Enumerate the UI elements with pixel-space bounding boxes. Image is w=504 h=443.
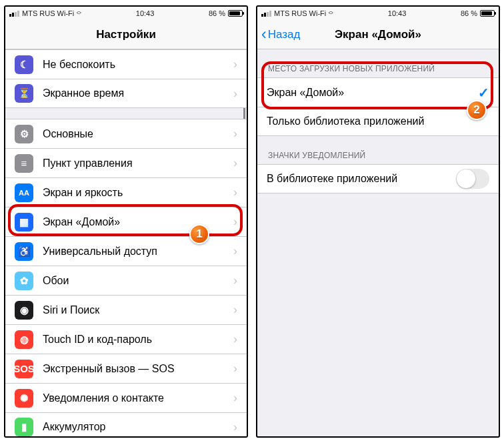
battery-percent: 86 % [209, 9, 225, 17]
home-screen-settings: МЕСТО ЗАГРУЗКИ НОВЫХ ПРИЛОЖЕНИЙЭкран «До… [257, 49, 499, 436]
page-title: Экран «Домой» [335, 28, 421, 41]
settings-row-exposure[interactable]: ✺Уведомления о контакте› [5, 383, 247, 412]
clock: 10:43 [388, 9, 407, 17]
settings-row-moon[interactable]: ☾Не беспокоить› [5, 49, 247, 79]
sos-icon: SOS [15, 360, 33, 378]
chevron-right-icon: › [233, 156, 237, 170]
chevron-right-icon: › [233, 185, 237, 199]
row-label: Экранное время [43, 87, 233, 99]
wallpaper-icon: ✿ [15, 272, 33, 290]
chevron-right-icon: › [233, 215, 237, 229]
chevron-right-icon: › [233, 391, 237, 405]
chevron-right-icon: › [233, 57, 237, 71]
row-label: Siri и Поиск [43, 304, 233, 316]
settings-list[interactable]: ☾Не беспокоить›⏳Экранное время›⚙Основные… [5, 49, 247, 436]
switches-icon: ≡ [15, 154, 33, 173]
row-label: Универсальный доступ [43, 246, 233, 258]
grid-icon: ▦ [15, 213, 33, 232]
settings-row-switches[interactable]: ≡Пункт управления› [5, 148, 247, 177]
exposure-icon: ✺ [15, 389, 33, 408]
settings-row-battery[interactable]: ▮Аккумулятор› [5, 412, 247, 436]
signal-icon [261, 11, 271, 17]
settings-row-accessibility[interactable]: ♿Универсальный доступ› [5, 236, 247, 266]
carrier-label: MTS RUS Wi-Fi [274, 9, 326, 17]
row-label: Основные [43, 128, 233, 140]
signal-icon [9, 11, 19, 17]
settings-row-text-size[interactable]: AAЭкран и яркость› [5, 177, 247, 207]
row-label: Touch ID и код-пароль [43, 334, 233, 346]
right-screenshot: MTS RUS Wi-Fi ⌔ 10:43 86 % ‹ Назад Экран… [256, 5, 500, 438]
wifi-icon: ⌔ [77, 9, 81, 17]
battery-icon [228, 10, 243, 17]
row-label: Экран и яркость [43, 187, 233, 199]
option-label: Экран «Домой» [267, 87, 478, 99]
toggle-switch[interactable] [456, 169, 489, 189]
annotation-badge-1: 1 [189, 224, 209, 244]
row-label: Пункт управления [43, 157, 233, 169]
accessibility-icon: ♿ [15, 242, 33, 261]
siri-icon: ◉ [15, 301, 33, 320]
nav-bar: ‹ Назад Экран «Домой» [257, 20, 499, 49]
settings-row-grid[interactable]: ▦Экран «Домой»› [5, 207, 247, 236]
row-label: Обои [43, 275, 233, 287]
row-label: Уведомления о контакте [43, 392, 233, 404]
page-title: Настройки [96, 28, 156, 41]
chevron-right-icon: › [233, 303, 237, 317]
battery-percent: 86 % [461, 9, 477, 17]
chevron-right-icon: › [233, 87, 237, 101]
section-header-download-location: МЕСТО ЗАГРУЗКИ НОВЫХ ПРИЛОЖЕНИЙ [257, 60, 499, 77]
option-row-1[interactable]: Только библиотека приложений [257, 107, 499, 136]
carrier-label: MTS RUS Wi-Fi [22, 9, 74, 17]
left-screenshot: MTS RUS Wi-Fi ⌔ 10:43 86 % Настройки ☾Не… [4, 5, 248, 438]
back-label: Назад [268, 28, 301, 41]
chevron-right-icon: › [233, 127, 237, 141]
chevron-right-icon: › [233, 274, 237, 288]
toggle-row-badges[interactable]: В библиотеке приложений [257, 164, 499, 193]
status-bar: MTS RUS Wi-Fi ⌔ 10:43 86 % [5, 7, 247, 20]
section-header-notification-badges: ЗНАЧКИ УВЕДОМЛЕНИЙ [257, 147, 499, 164]
moon-icon: ☾ [15, 55, 33, 74]
nav-bar: Настройки [5, 20, 247, 49]
annotation-badge-2: 2 [467, 100, 487, 120]
option-row-0[interactable]: Экран «Домой»✓ [257, 77, 499, 107]
chevron-right-icon: › [233, 332, 237, 346]
settings-row-hourglass[interactable]: ⏳Экранное время› [5, 79, 247, 108]
hourglass-icon: ⏳ [15, 84, 33, 103]
touchid-icon: ◍ [15, 330, 33, 349]
battery-icon: ▮ [15, 418, 33, 436]
checkmark-icon: ✓ [478, 85, 489, 101]
row-label: Аккумулятор [43, 421, 233, 433]
clock: 10:43 [136, 9, 155, 17]
row-label: Экстренный вызов — SOS [43, 363, 233, 375]
text-size-icon: AA [15, 183, 33, 202]
chevron-right-icon: › [233, 420, 237, 434]
toggle-label: В библиотеке приложений [267, 173, 456, 185]
row-label: Не беспокоить [43, 59, 233, 71]
battery-icon [480, 10, 495, 17]
settings-row-wallpaper[interactable]: ✿Обои› [5, 266, 247, 295]
gear-icon: ⚙ [15, 125, 33, 143]
settings-row-siri[interactable]: ◉Siri и Поиск› [5, 295, 247, 324]
settings-row-sos[interactable]: SOSЭкстренный вызов — SOS› [5, 354, 247, 383]
settings-row-gear[interactable]: ⚙Основные› [5, 119, 247, 148]
chevron-right-icon: › [233, 362, 237, 376]
chevron-right-icon: › [233, 244, 237, 258]
back-button[interactable]: ‹ Назад [261, 27, 300, 42]
status-bar: MTS RUS Wi-Fi ⌔ 10:43 86 % [257, 7, 499, 20]
wifi-icon: ⌔ [329, 9, 333, 17]
settings-row-touchid[interactable]: ◍Touch ID и код-пароль› [5, 324, 247, 354]
option-label: Только библиотека приложений [267, 115, 489, 127]
chevron-left-icon: ‹ [261, 27, 267, 42]
